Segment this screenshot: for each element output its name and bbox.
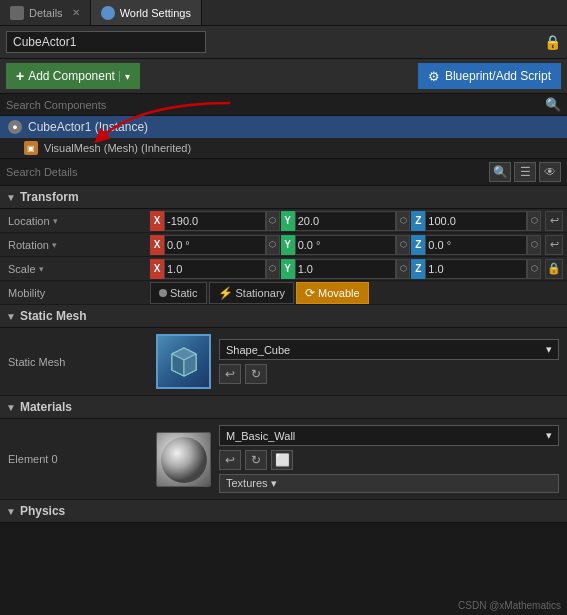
component-instance-item[interactable]: ● CubeActor1 (Instance) — [0, 116, 567, 138]
material-selector: M_Basic_Wall ▾ ↩ ↻ ⬜ Textures ▾ — [219, 425, 559, 493]
location-x-expand[interactable]: ⬡ — [266, 211, 280, 231]
rotation-y-input[interactable] — [295, 235, 397, 255]
static-mesh-section-label: Static Mesh — [20, 309, 87, 323]
scale-y-field: Y ⬡ — [281, 259, 411, 279]
details-list-icon[interactable]: ☰ — [514, 162, 536, 182]
mesh-value-label: Shape_Cube — [226, 344, 290, 356]
scale-x-expand[interactable]: ⬡ — [266, 259, 280, 279]
rotation-reset-button[interactable]: ↩ — [545, 235, 563, 255]
tab-world-settings[interactable]: World Settings — [91, 0, 202, 25]
rotation-y-expand[interactable]: ⬡ — [396, 235, 410, 255]
visual-mesh-icon: ▣ — [24, 141, 38, 155]
mobility-stationary-option[interactable]: ⚡ Stationary — [209, 282, 295, 304]
location-y-label: Y — [281, 211, 295, 231]
materials-section-header[interactable]: ▼ Materials — [0, 396, 567, 419]
rotation-row: Rotation ▾ X ⬡ Y ⬡ Z ⬡ — [0, 233, 567, 257]
static-mesh-section: Static Mesh Shape_Cube ▾ ↩ ↻ — [0, 328, 567, 396]
tab-details-close[interactable]: ✕ — [72, 7, 80, 18]
physics-section-label: Physics — [20, 504, 65, 518]
rotation-x-field: X ⬡ — [150, 235, 280, 255]
mobility-static-option[interactable]: Static — [150, 282, 207, 304]
location-label: Location ▾ — [0, 212, 150, 230]
mesh-dropdown[interactable]: Shape_Cube ▾ — [219, 339, 559, 360]
location-reset-button[interactable]: ↩ — [545, 211, 563, 231]
mobility-movable-icon: ⟳ — [305, 286, 315, 300]
details-eye-icon[interactable]: 👁 — [539, 162, 561, 182]
search-details-icon[interactable]: 🔍 — [489, 162, 511, 182]
search-details-input[interactable] — [6, 166, 485, 178]
material-link-button[interactable]: ⬜ — [271, 450, 293, 470]
search-components-input[interactable] — [6, 99, 545, 111]
physics-collapse-arrow: ▼ — [6, 506, 16, 517]
mobility-movable-option[interactable]: ⟳ Movable — [296, 282, 369, 304]
material-back-button[interactable]: ↩ — [219, 450, 241, 470]
location-z-label: Z — [411, 211, 425, 231]
rotation-z-field: Z ⬡ — [411, 235, 541, 255]
mobility-movable-label: Movable — [318, 287, 360, 299]
scale-y-input[interactable] — [295, 259, 397, 279]
main-content: ▼ Transform Location ▾ X ⬡ Y ⬡ Z — [0, 186, 567, 615]
add-component-chevron: ▾ — [119, 71, 130, 82]
transform-section-header[interactable]: ▼ Transform — [0, 186, 567, 209]
search-components-icon: 🔍 — [545, 97, 561, 112]
scale-dropdown-arrow[interactable]: ▾ — [39, 264, 44, 274]
scale-row: Scale ▾ X ⬡ Y ⬡ Z ⬡ — [0, 257, 567, 281]
location-z-input[interactable] — [425, 211, 527, 231]
location-y-expand[interactable]: ⬡ — [396, 211, 410, 231]
material-dropdown[interactable]: M_Basic_Wall ▾ — [219, 425, 559, 446]
mesh-back-button[interactable]: ↩ — [219, 364, 241, 384]
location-z-expand[interactable]: ⬡ — [527, 211, 541, 231]
lock-icon[interactable]: 🔒 — [544, 34, 561, 50]
scale-xyz-group: X ⬡ Y ⬡ Z ⬡ — [150, 259, 541, 279]
mobility-options: Static ⚡ Stationary ⟳ Movable — [150, 282, 567, 304]
search-components-row: 🔍 — [0, 94, 567, 116]
scale-z-expand[interactable]: ⬡ — [527, 259, 541, 279]
cube-preview-icon — [164, 342, 204, 382]
materials-section: Element 0 M_Basic_Wall ▾ — [0, 419, 567, 500]
location-dropdown-arrow[interactable]: ▾ — [53, 216, 58, 226]
mesh-dropdown-arrow: ▾ — [546, 343, 552, 356]
component-visual-mesh-item[interactable]: ▣ VisualMesh (Mesh) (Inherited) — [0, 138, 567, 158]
textures-button[interactable]: Textures ▾ — [219, 474, 559, 493]
add-component-button[interactable]: + Add Component ▾ — [6, 63, 140, 89]
svg-point-4 — [161, 437, 207, 483]
details-toolbar-icons: 🔍 ☰ 👁 — [489, 162, 561, 182]
textures-label: Textures ▾ — [226, 477, 277, 490]
rotation-dropdown-arrow[interactable]: ▾ — [52, 240, 57, 250]
tab-details[interactable]: Details ✕ — [0, 0, 91, 25]
mobility-label: Mobility — [0, 284, 150, 302]
blueprint-button[interactable]: ⚙ Blueprint/Add Script — [418, 63, 561, 89]
rotation-x-expand[interactable]: ⬡ — [266, 235, 280, 255]
scale-lock-button[interactable]: 🔒 — [545, 259, 563, 279]
mesh-search-button[interactable]: ↻ — [245, 364, 267, 384]
material-element0-row: Element 0 M_Basic_Wall ▾ — [0, 419, 567, 500]
materials-collapse-arrow: ▼ — [6, 402, 16, 413]
scale-x-input[interactable] — [164, 259, 266, 279]
rotation-value: X ⬡ Y ⬡ Z ⬡ ↩ — [150, 235, 567, 255]
world-tab-icon — [101, 6, 115, 20]
component-list: ● CubeActor1 (Instance) ▣ VisualMesh (Me… — [0, 116, 567, 159]
physics-section-header[interactable]: ▼ Physics — [0, 500, 567, 523]
actor-name-input[interactable] — [6, 31, 206, 53]
scale-z-input[interactable] — [425, 259, 527, 279]
rotation-z-input[interactable] — [425, 235, 527, 255]
rotation-z-expand[interactable]: ⬡ — [527, 235, 541, 255]
mesh-selector: Shape_Cube ▾ ↩ ↻ — [219, 339, 559, 384]
rotation-x-input[interactable] — [164, 235, 266, 255]
scale-y-expand[interactable]: ⬡ — [396, 259, 410, 279]
mobility-static-dot — [159, 289, 167, 297]
location-y-input[interactable] — [295, 211, 397, 231]
rotation-xyz-group: X ⬡ Y ⬡ Z ⬡ — [150, 235, 541, 255]
component-instance-label: CubeActor1 (Instance) — [28, 120, 148, 134]
scale-z-field: Z ⬡ — [411, 259, 541, 279]
mesh-actions: ↩ ↻ — [219, 364, 559, 384]
plus-icon: + — [16, 68, 24, 84]
rotation-x-label: X — [150, 235, 164, 255]
tab-bar: Details ✕ World Settings — [0, 0, 567, 26]
location-y-field: Y ⬡ — [281, 211, 411, 231]
material-search-button[interactable]: ↻ — [245, 450, 267, 470]
scale-x-field: X ⬡ — [150, 259, 280, 279]
location-x-input[interactable] — [164, 211, 266, 231]
static-mesh-section-header[interactable]: ▼ Static Mesh — [0, 305, 567, 328]
mobility-stationary-icon: ⚡ — [218, 286, 233, 300]
